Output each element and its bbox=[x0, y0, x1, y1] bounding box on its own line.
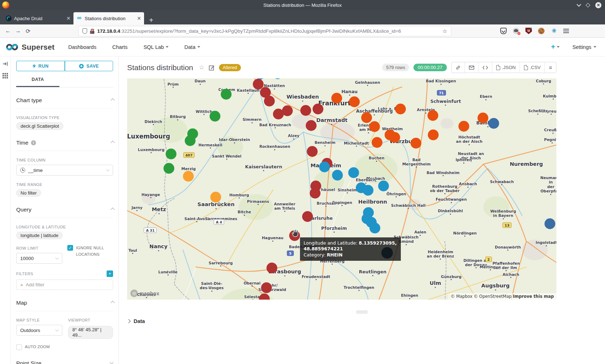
scatter-point[interactable] bbox=[369, 121, 380, 132]
superset-brand[interactable]: Superset bbox=[6, 43, 54, 51]
section-map[interactable]: Map bbox=[16, 300, 113, 306]
export-json-button[interactable]: .JSON bbox=[492, 62, 520, 73]
map-style-select[interactable]: Outdoors bbox=[16, 325, 62, 336]
favorite-star-icon[interactable]: ☆ bbox=[199, 64, 204, 71]
scatter-point[interactable] bbox=[313, 104, 323, 114]
scatter-point[interactable] bbox=[300, 105, 311, 116]
scatter-point[interactable] bbox=[478, 113, 488, 123]
scatter-point[interactable] bbox=[264, 96, 275, 106]
scatter-point[interactable] bbox=[369, 223, 380, 233]
insecure-lock-icon[interactable] bbox=[90, 29, 94, 34]
add-filter-plus-button[interactable]: + bbox=[107, 270, 113, 277]
nav-data[interactable]: Data bbox=[184, 44, 200, 50]
scatter-point[interactable] bbox=[349, 96, 360, 107]
viewport-value[interactable]: 8° 46' 45.28" | 49... bbox=[68, 326, 113, 339]
scatter-point[interactable] bbox=[411, 138, 421, 149]
map-attribution[interactable]: © Mapbox © OpenStreetMap Improve this ma… bbox=[448, 293, 556, 300]
scatter-point[interactable] bbox=[310, 188, 321, 199]
tab-close-icon[interactable]: ✕ bbox=[66, 15, 71, 21]
forward-button[interactable]: → bbox=[13, 28, 23, 34]
time-column-select[interactable]: __time bbox=[16, 165, 113, 176]
email-button[interactable] bbox=[465, 62, 478, 73]
extension-asterisk-icon[interactable]: ✳ bbox=[551, 28, 557, 34]
section-query[interactable]: Query bbox=[16, 206, 113, 213]
scatter-point[interactable] bbox=[428, 129, 439, 140]
nav-dashboards[interactable]: Dashboards bbox=[68, 44, 96, 50]
mapbox-logo[interactable]: ◎mapbox bbox=[130, 290, 159, 297]
scatter-point[interactable] bbox=[332, 170, 343, 181]
scatter-point[interactable] bbox=[266, 263, 277, 273]
scatter-point[interactable] bbox=[166, 149, 176, 159]
deckgl-scatterplot-map[interactable]: PrümDaunCochemKastellaunNastättenWiesbad… bbox=[127, 78, 556, 300]
section-time[interactable]: Timei bbox=[16, 140, 113, 146]
altered-badge[interactable]: Altered bbox=[219, 64, 241, 71]
scatter-point[interactable] bbox=[306, 120, 317, 131]
maximize-icon[interactable] bbox=[586, 3, 590, 8]
scatter-point[interactable] bbox=[378, 181, 389, 191]
tracking-shield-icon[interactable] bbox=[82, 28, 87, 34]
ignore-null-checkbox-row[interactable]: ✓ IGNORE NULL LOCATIONS bbox=[67, 245, 113, 258]
cookie-extension-icon[interactable] bbox=[538, 28, 544, 34]
auto-zoom-checkbox-row[interactable]: AUTO ZOOM bbox=[16, 344, 113, 350]
scatter-point[interactable] bbox=[361, 112, 372, 123]
resize-drag-handle[interactable] bbox=[356, 311, 368, 313]
export-csv-button[interactable]: .CSV bbox=[520, 62, 544, 73]
edit-pencil-icon[interactable] bbox=[209, 65, 215, 70]
viz-type-value[interactable]: deck.gl Scatterplot bbox=[16, 122, 63, 130]
tab-apache-druid[interactable]: Apache Druid ✕ bbox=[3, 12, 73, 24]
close-icon[interactable]: ✕ bbox=[595, 2, 601, 8]
scatter-point[interactable] bbox=[395, 104, 406, 114]
privacy-mask-icon[interactable]: ✕ bbox=[513, 28, 519, 34]
pocket-icon[interactable] bbox=[500, 28, 507, 34]
tab-close-icon[interactable]: ✕ bbox=[137, 15, 141, 21]
section-point-size[interactable]: Point Size bbox=[16, 360, 113, 364]
scatter-point[interactable] bbox=[348, 167, 359, 178]
scatter-point[interactable] bbox=[282, 105, 293, 116]
url-bar[interactable]: 172.18.0.4:32251/superset/explore/?form_… bbox=[79, 26, 451, 36]
scatter-point[interactable] bbox=[389, 132, 400, 143]
expand-panel-icon[interactable] bbox=[2, 61, 8, 67]
improve-map-link[interactable]: Improve this map bbox=[513, 294, 554, 299]
section-chart-type[interactable]: Chart type bbox=[16, 97, 113, 104]
scatter-point[interactable] bbox=[221, 89, 232, 100]
tab-data[interactable]: DATA bbox=[16, 77, 59, 87]
scatter-point[interactable] bbox=[307, 146, 318, 157]
more-options-button[interactable]: ≡ bbox=[544, 62, 556, 73]
run-button[interactable]: RUN bbox=[16, 61, 65, 71]
checkbox-unchecked-icon[interactable] bbox=[16, 344, 22, 350]
scatter-point[interactable] bbox=[363, 185, 373, 196]
ublock-icon[interactable]: u2 bbox=[525, 28, 532, 34]
new-tab-button[interactable]: + bbox=[149, 16, 153, 24]
reload-button[interactable]: ⟳ bbox=[23, 28, 33, 35]
save-button[interactable]: SAVE bbox=[65, 61, 113, 71]
dataset-grid-icon[interactable] bbox=[2, 73, 8, 79]
scatter-point[interactable] bbox=[427, 110, 438, 121]
scatter-point[interactable] bbox=[544, 218, 555, 229]
nav-charts[interactable]: Charts bbox=[112, 44, 128, 50]
scatter-point[interactable] bbox=[331, 93, 342, 104]
add-filter-input[interactable]: +Add filter bbox=[16, 279, 113, 290]
scatter-point[interactable] bbox=[210, 111, 220, 122]
copy-link-button[interactable] bbox=[452, 62, 465, 73]
scatter-point[interactable] bbox=[372, 137, 382, 148]
url-text[interactable]: 172.18.0.4:32251/superset/explore/?form_… bbox=[97, 28, 440, 34]
lonlat-value[interactable]: longitude | latitude bbox=[16, 232, 63, 239]
menu-icon[interactable] bbox=[563, 29, 569, 33]
data-section-toggle[interactable]: Data bbox=[127, 318, 605, 324]
scatter-point[interactable] bbox=[458, 121, 469, 132]
checkbox-checked-icon[interactable]: ✓ bbox=[67, 245, 73, 251]
scatter-point[interactable] bbox=[163, 163, 174, 174]
bookmark-star-icon[interactable]: ☆ bbox=[443, 28, 447, 35]
row-limit-select[interactable]: 10000 bbox=[16, 253, 62, 264]
embed-code-button[interactable] bbox=[478, 62, 492, 73]
scatter-point[interactable] bbox=[319, 161, 330, 172]
back-button[interactable]: ← bbox=[3, 28, 13, 34]
settings-menu[interactable]: Settings bbox=[573, 44, 596, 50]
scatter-point[interactable] bbox=[185, 135, 196, 146]
minimize-icon[interactable] bbox=[577, 2, 581, 7]
scatter-point[interactable] bbox=[210, 192, 221, 203]
time-range-value[interactable]: No filter bbox=[16, 189, 41, 197]
add-new-button[interactable]: + bbox=[551, 43, 560, 51]
scatter-point[interactable] bbox=[302, 211, 313, 222]
tab-stations-distribution[interactable]: ∞ Stations distribution ✕ bbox=[73, 12, 144, 24]
